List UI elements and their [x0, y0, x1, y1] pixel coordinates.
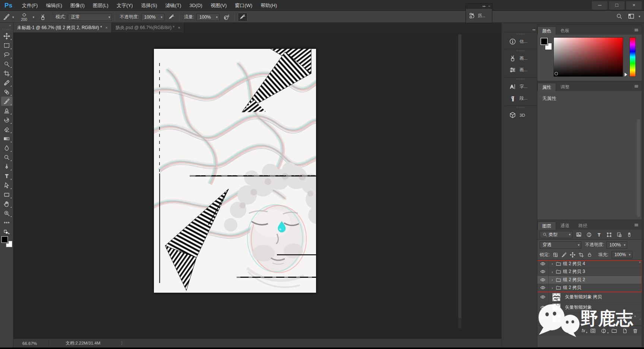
menu-view[interactable]: 视图(V): [206, 0, 231, 11]
layer-row-group[interactable]: › 组 2 拷贝: [537, 284, 642, 292]
layer-name[interactable]: 矢量智能对象: [565, 304, 592, 311]
close-tab-icon[interactable]: ×: [105, 25, 108, 30]
visibility-toggle[interactable]: [537, 292, 549, 302]
marquee-tool[interactable]: [1, 41, 12, 50]
filter-type-layers-button[interactable]: [595, 232, 603, 238]
filter-pixel-layers-button[interactable]: [575, 232, 583, 238]
visibility-toggle[interactable]: [537, 313, 549, 323]
layer-thumbnail[interactable]: [552, 304, 561, 312]
layer-name[interactable]: 矢量智能对象 拷贝: [565, 294, 602, 300]
menu-file[interactable]: 文件(F): [18, 0, 42, 11]
flow-select[interactable]: 100% ▾: [196, 13, 220, 21]
history-brush-tool[interactable]: [1, 115, 12, 125]
quick-selection-tool[interactable]: [1, 59, 12, 69]
saturation-brightness-field[interactable]: [553, 37, 623, 77]
panel-menu-icon[interactable]: [634, 84, 639, 89]
toolbar-grip[interactable]: [3, 29, 11, 30]
pressure-opacity-button[interactable]: [167, 13, 176, 22]
menu-help[interactable]: 帮助(H): [256, 0, 281, 11]
blend-mode-select[interactable]: 正常 ▾: [68, 13, 112, 21]
pressure-size-button[interactable]: [238, 13, 247, 22]
menu-select[interactable]: 选择(S): [137, 0, 161, 11]
delete-layer-button[interactable]: [632, 328, 638, 334]
maximize-button[interactable]: □: [609, 1, 625, 10]
clone-stamp-tool[interactable]: [1, 106, 12, 115]
airbrush-button[interactable]: [222, 13, 231, 22]
gradient-tool[interactable]: [1, 134, 12, 143]
filter-toggle-switch[interactable]: [625, 232, 633, 238]
shape-tool[interactable]: [1, 190, 12, 199]
toolbar-collapse-button[interactable]: »: [0, 23, 13, 28]
document-tab-active[interactable]: 未标题-1 @ 66.7% (组 2 拷贝 2, RGB/8#) * ×: [13, 23, 112, 32]
filter-shape-layers-button[interactable]: [605, 232, 613, 238]
brush-size-picker[interactable]: 200: [18, 13, 31, 22]
document-tab-inactive[interactable]: 肠炎.psd @ 66.7%(RGB/8#) * ×: [112, 23, 184, 32]
status-chevron[interactable]: 〉: [121, 340, 125, 346]
link-layers-button[interactable]: [571, 328, 577, 334]
lock-all-icon[interactable]: [587, 252, 592, 257]
visibility-toggle[interactable]: [537, 276, 549, 284]
brush-tool[interactable]: [1, 97, 12, 106]
filter-adjustment-layers-button[interactable]: [585, 232, 593, 238]
lasso-tool[interactable]: [1, 50, 12, 59]
layer-name[interactable]: 组 2 拷贝 4: [563, 261, 585, 267]
expand-group-icon[interactable]: ›: [552, 270, 553, 274]
history-label[interactable]: 历...: [478, 13, 485, 19]
lock-artboard-icon[interactable]: [578, 252, 584, 258]
menu-type[interactable]: 文字(Y): [113, 0, 137, 11]
layer-row-group[interactable]: › 组 2 拷贝 4 ^: [537, 260, 642, 268]
zoom-tool[interactable]: [1, 208, 12, 218]
visibility-toggle[interactable]: [537, 268, 549, 276]
tab-paths[interactable]: 路径: [574, 221, 592, 230]
color-sample-marker[interactable]: [555, 72, 558, 75]
menu-image[interactable]: 图像(I): [66, 0, 89, 11]
menu-filter[interactable]: 滤镜(T): [161, 0, 186, 11]
new-group-button[interactable]: [611, 328, 617, 334]
visibility-toggle[interactable]: [537, 284, 549, 292]
fx-collapse-icon[interactable]: ^: [634, 315, 636, 319]
layer-filter-type-select[interactable]: 类型 ▾: [540, 231, 572, 238]
workspace-switcher[interactable]: ▾: [628, 13, 640, 20]
menu-layer[interactable]: 图层(L): [89, 0, 113, 11]
layer-thumbnail[interactable]: [552, 293, 561, 301]
layer-row-smart-object[interactable]: 眼泪 fx^ ˇ: [537, 313, 642, 323]
close-icon[interactable]: ×: [488, 4, 490, 8]
expand-group-icon[interactable]: ›: [552, 261, 553, 266]
document-scrollbar[interactable]: [458, 34, 461, 328]
opacity-select[interactable]: 100% ▾: [141, 13, 164, 21]
edit-toolbar-button[interactable]: [1, 218, 12, 227]
dock-collapse-button[interactable]: ◂◂: [505, 27, 537, 32]
layer-row-group-selected[interactable]: › 组 2 拷贝 2: [537, 276, 642, 284]
brush-presets-panel-button[interactable]: 画...: [505, 64, 537, 76]
chevron-down-icon[interactable]: ▾: [33, 15, 35, 19]
hue-slider-marker[interactable]: [625, 73, 627, 76]
layer-row-smart-object[interactable]: 矢量智能对象: [537, 302, 642, 313]
add-layer-mask-button[interactable]: [590, 328, 596, 334]
eraser-tool[interactable]: [1, 125, 12, 134]
layer-blend-mode-select[interactable]: 穿透 ▾: [540, 241, 581, 249]
crop-tool[interactable]: [1, 69, 12, 78]
scroll-down-icon[interactable]: ˇ: [640, 318, 641, 322]
tab-swatches[interactable]: 色板: [556, 26, 574, 35]
foreground-color-swatch[interactable]: [540, 38, 548, 45]
eyedropper-tool[interactable]: [1, 78, 12, 87]
minimize-button[interactable]: ─: [592, 1, 607, 10]
layer-style-button[interactable]: fx▾: [582, 328, 585, 333]
tab-adjustments[interactable]: 调整: [556, 83, 574, 91]
search-icon[interactable]: [616, 13, 622, 19]
scroll-up-icon[interactable]: ^: [639, 261, 641, 265]
scrollbar-thumb[interactable]: [637, 119, 640, 217]
tab-properties[interactable]: 属性: [537, 83, 556, 91]
visibility-toggle[interactable]: [537, 260, 549, 268]
healing-brush-tool[interactable]: [1, 87, 12, 97]
paragraph-panel-button[interactable]: 段...: [505, 92, 537, 104]
lock-transparency-icon[interactable]: [553, 252, 558, 258]
layer-name[interactable]: 组 2 拷贝: [563, 284, 581, 291]
expand-group-icon[interactable]: ›: [552, 277, 553, 282]
layer-name[interactable]: 组 2 拷贝 3: [563, 268, 585, 275]
menu-3d[interactable]: 3D(D): [185, 0, 206, 11]
menu-window[interactable]: 窗口(W): [231, 0, 256, 11]
close-button[interactable]: ×: [626, 1, 642, 10]
collapse-icon[interactable]: ▸▸: [483, 4, 486, 8]
menu-edit[interactable]: 编辑(E): [42, 0, 66, 11]
